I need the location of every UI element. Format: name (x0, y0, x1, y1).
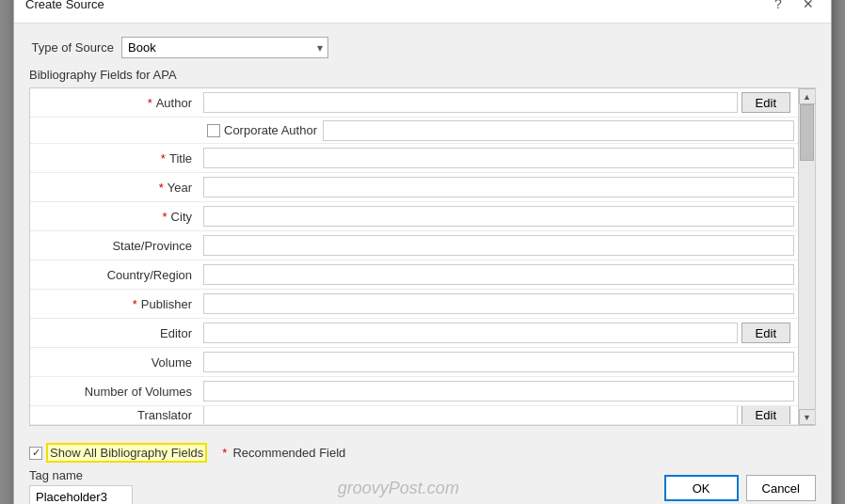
city-input-cell (199, 204, 798, 228)
city-label: City (171, 210, 192, 224)
translator-label-cell: Translator (30, 408, 199, 422)
translator-edit-button[interactable]: Edit (741, 406, 790, 425)
country-label: Country/Region (107, 268, 192, 282)
author-label-cell: * Author (30, 96, 199, 110)
section-title: Bibliography Fields for APA (29, 68, 816, 82)
state-input[interactable] (203, 235, 794, 256)
author-edit-button[interactable]: Edit (741, 92, 790, 113)
author-label: Author (156, 96, 192, 110)
bottom-row1: Show All Bibliography Fields * Recommend… (29, 443, 816, 463)
publisher-input[interactable] (203, 293, 794, 314)
translator-input-cell: Edit (199, 406, 798, 425)
year-label-cell: * Year (30, 181, 199, 195)
city-input[interactable] (203, 206, 794, 227)
title-label-cell: * Title (30, 151, 199, 165)
cancel-button[interactable]: Cancel (746, 475, 816, 501)
corp-author-row: Corporate Author (30, 118, 798, 144)
year-required-star: * (159, 181, 164, 195)
volume-label: Volume (151, 355, 192, 370)
author-input-cell: Edit (199, 90, 798, 115)
title-bar: Create Source ? ✕ (14, 0, 831, 24)
num-volumes-row: Number of Volumes (30, 377, 798, 406)
show-all-text: Show All Bibliography Fields (46, 443, 207, 463)
editor-input[interactable] (203, 323, 738, 343)
scrollbar-track: ▲ ▼ (798, 88, 815, 425)
state-label-cell: State/Province (30, 239, 199, 253)
country-input[interactable] (203, 264, 794, 285)
corp-author-text: Corporate Author (224, 123, 317, 137)
num-volumes-input[interactable] (203, 381, 794, 402)
year-label: Year (167, 181, 192, 195)
publisher-input-cell (199, 291, 798, 316)
watermark: groovyPost.com (338, 479, 459, 498)
country-label-cell: Country/Region (30, 268, 199, 282)
help-button[interactable]: ? (767, 0, 789, 15)
bottom-row2: Tag name groovyPost.com OK Cancel (29, 468, 816, 504)
recommended-text: Recommended Field (232, 446, 345, 460)
title-input-cell (199, 146, 798, 170)
num-volumes-label-cell: Number of Volumes (30, 385, 199, 399)
editor-label: Editor (160, 326, 192, 340)
scrollbar-thumb-area (799, 104, 815, 409)
type-select-wrapper[interactable]: Book (121, 37, 328, 58)
year-input[interactable] (203, 177, 794, 197)
volume-label-cell: Volume (30, 355, 199, 370)
title-required-star: * (161, 151, 166, 165)
scrollbar-up-button[interactable]: ▲ (799, 88, 816, 104)
show-all-checkbox[interactable] (29, 447, 42, 460)
publisher-label: Publisher (141, 297, 192, 311)
editor-edit-button[interactable]: Edit (741, 323, 790, 343)
tag-label: Tag name (29, 468, 133, 482)
type-select[interactable]: Book (121, 37, 328, 58)
title-input[interactable] (203, 148, 794, 168)
recommended-star: * (222, 446, 227, 460)
volume-input-cell (199, 350, 798, 374)
author-input[interactable] (203, 92, 738, 113)
tag-area: Tag name (29, 468, 133, 504)
fields-area: * Author Edit Corporate Author (29, 87, 816, 426)
volume-input[interactable] (203, 352, 794, 372)
close-button[interactable]: ✕ (797, 0, 820, 15)
volume-row: Volume (30, 348, 798, 377)
fields-scroll[interactable]: * Author Edit Corporate Author (30, 88, 798, 425)
corp-author-checkbox[interactable] (207, 124, 220, 137)
corp-author-input[interactable] (323, 120, 794, 141)
translator-label: Translator (137, 408, 192, 422)
year-input-cell (199, 175, 798, 199)
translator-input[interactable] (203, 406, 738, 425)
type-row: Type of Source Book (29, 37, 816, 58)
publisher-required-star: * (133, 297, 137, 311)
corp-author-area: Corporate Author (199, 120, 798, 141)
state-row: State/Province (30, 231, 798, 260)
country-row: Country/Region (30, 260, 798, 290)
ok-cancel-area: OK Cancel (664, 475, 816, 501)
title-label: Title (169, 151, 192, 165)
city-row: * City (30, 202, 798, 231)
dialog-title: Create Source (25, 0, 104, 11)
title-row: * Title (30, 144, 798, 173)
publisher-row: * Publisher (30, 290, 798, 319)
dialog-body: Type of Source Book Bibliography Fields … (14, 24, 831, 435)
editor-input-cell: Edit (199, 321, 798, 345)
author-row: * Author Edit (30, 88, 798, 118)
country-input-cell (199, 262, 798, 287)
scrollbar-down-button[interactable]: ▼ (799, 409, 816, 425)
ok-button[interactable]: OK (664, 475, 739, 501)
city-label-cell: * City (30, 210, 199, 224)
scrollbar-thumb[interactable] (800, 104, 814, 161)
title-bar-buttons: ? ✕ (767, 0, 820, 15)
num-volumes-input-cell (199, 379, 798, 403)
corp-author-checkbox-label[interactable]: Corporate Author (207, 123, 317, 137)
year-row: * Year (30, 173, 798, 202)
state-label: State/Province (112, 239, 192, 253)
type-label: Type of Source (29, 40, 114, 55)
create-source-dialog: Create Source ? ✕ Type of Source Book Bi… (13, 0, 832, 504)
editor-label-cell: Editor (30, 326, 199, 340)
bottom-bar: Show All Bibliography Fields * Recommend… (14, 435, 831, 504)
editor-row: Editor Edit (30, 319, 798, 348)
author-required-star: * (148, 96, 152, 110)
num-volumes-label: Number of Volumes (85, 385, 192, 399)
tag-input[interactable] (29, 485, 133, 504)
show-all-label[interactable]: Show All Bibliography Fields (29, 443, 207, 463)
city-required-star: * (163, 210, 167, 224)
